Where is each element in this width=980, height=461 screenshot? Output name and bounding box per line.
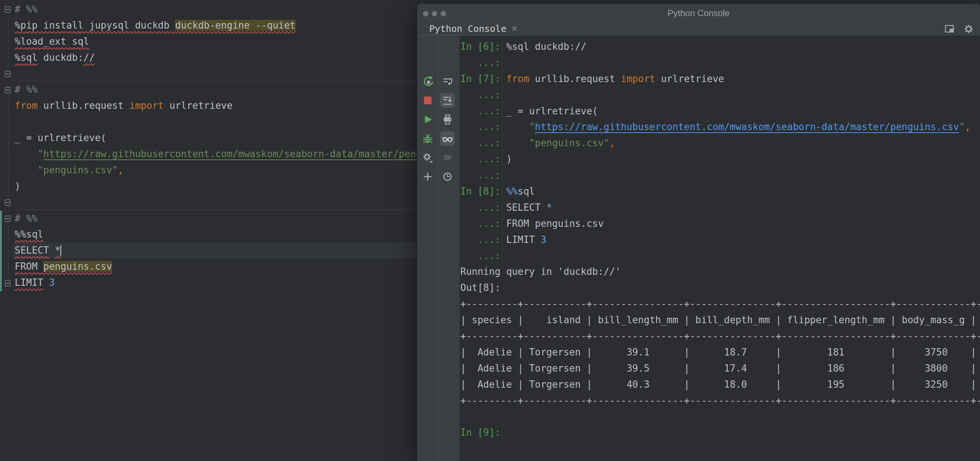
window-title: Python Console [417,8,980,18]
code-line: LIMIT 3 [15,275,479,291]
code-line: ...: SELECT * [460,200,980,216]
code-line: In [6]: %sql duckdb:// [460,39,980,55]
code-line [15,114,479,130]
print-icon[interactable] [441,113,454,126]
settings-gear-icon[interactable] [963,23,975,35]
code-line: In [9]: [460,425,980,441]
code-line: In [7]: from urllib.request import urlre… [460,71,980,87]
console-output-area[interactable]: In [6]: %sql duckdb:// ...:In [7]: from … [460,35,980,461]
fold-connector-line [8,14,8,70]
code-line: ...: "penguins.csv", [460,135,980,152]
console-settings-gear-icon[interactable] [422,152,434,164]
execute-selection-chevrons-icon[interactable] [441,152,454,164]
code-line: ...: [460,87,980,103]
code-line: +---------+-----------+----------------+… [460,329,980,345]
fold-marker-icon[interactable] [5,87,11,93]
code-line: ...: LIMIT 3 [460,232,980,248]
code-line: ...: _ = urlretrieve( [460,103,980,120]
fold-marker-icon[interactable] [5,215,11,222]
toolbar-separator [438,37,438,461]
code-line: FROM penguins.csv [15,259,479,275]
history-clock-icon[interactable] [441,171,454,183]
code-line: | Adelie | Torgersen | 39.1 | 18.7 | 181… [460,345,980,361]
code-line: +---------+-----------+----------------+… [460,296,980,312]
fold-marker-icon[interactable] [5,71,11,77]
fold-marker-icon[interactable] [5,280,11,287]
code-line: ...: "https://raw.githubusercontent.com/… [460,119,980,135]
fold-marker-icon[interactable] [5,199,11,206]
code-line: %pip install jupysql duckdb duckdb-engin… [15,18,479,34]
code-line: ...: [460,167,980,183]
vcs-change-bar[interactable] [0,211,2,291]
code-line: SELECT * [15,242,479,259]
code-line: In [8]: %%sql [460,183,980,200]
console-tab-bar: Python Console × [417,22,980,35]
code-line: "penguins.csv", [15,162,479,179]
code-line: _ = urlretrieve( [15,130,479,146]
rerun-console-icon[interactable] [422,75,434,88]
code-line: ...: [460,55,980,71]
code-line: # %% [15,2,479,18]
code-line: | Adelie | Torgersen | 39.5 | 17.4 | 186… [460,361,980,377]
code-line: from urllib.request import urlretrieve [15,98,479,114]
tab-python-console[interactable]: Python Console × [429,22,517,35]
code-line: %sql duckdb:// [15,50,479,66]
code-line: # %% [15,211,479,227]
ide-root: # %%%pip install jupysql duckdb duckdb-e… [0,0,980,461]
stop-icon[interactable] [422,94,434,107]
code-line: %%sql [15,227,479,242]
code-line: # %% [15,82,479,98]
code-line [15,66,479,82]
python-console-window: Python Console Python Console × [417,4,980,461]
code-line: ) [15,179,479,195]
code-line: Running query in 'duckdb://' [460,264,980,280]
editor-code[interactable]: # %%%pip install jupysql duckdb duckdb-e… [15,2,479,291]
console-output-text: In [6]: %sql duckdb:// ...:In [7]: from … [460,39,980,441]
show-variables-glasses-icon[interactable] [441,132,454,145]
execute-run-icon[interactable] [422,113,434,126]
fold-marker-icon[interactable] [5,6,11,13]
code-line: | Adelie | Torgersen | 40.3 | 18.0 | 195… [460,377,980,393]
code-line: | species | island | bill_length_mm | bi… [460,312,980,329]
console-toolbar [417,35,460,461]
code-line: +---------+-----------+----------------+… [460,393,980,409]
debug-bug-icon[interactable] [422,132,434,145]
tab-label: Python Console [429,24,506,34]
text-caret [60,245,61,257]
new-console-plus-icon[interactable] [422,171,434,183]
dock-mode-icon[interactable] [943,23,956,35]
code-line [15,195,479,211]
fold-connector-line [8,223,8,279]
code-line: %load_ext sql [15,34,479,50]
code-line: Out[8]: [460,280,980,296]
soft-wrap-icon[interactable] [441,75,454,88]
code-line [460,408,980,425]
code-line: ...: [460,248,980,264]
code-line: ...: FROM penguins.csv [460,216,980,232]
code-line: ...: ) [460,152,980,167]
tab-close-icon[interactable]: × [512,25,517,32]
code-line: "https://raw.githubusercontent.com/mwask… [15,146,479,162]
scroll-to-end-icon[interactable] [441,94,454,107]
window-titlebar[interactable]: Python Console [417,4,980,22]
fold-connector-line [8,94,8,199]
